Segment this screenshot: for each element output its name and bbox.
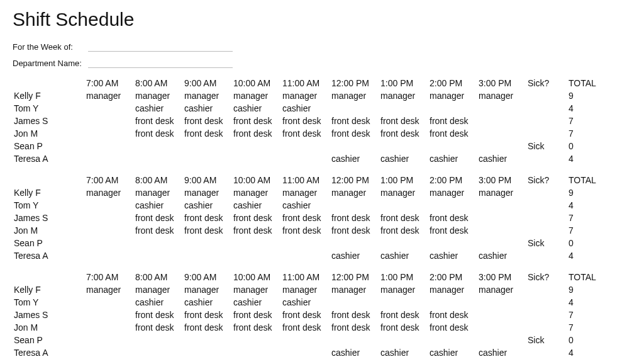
sick-cell [526,94,567,97]
total-cell: 9 [567,186,608,199]
shift-cell: cashier [428,152,477,165]
shift-cell: front desk [330,127,379,140]
header-blank [13,82,85,84]
week-of-label: For the Week of: [13,42,88,52]
shift-cell: manager [85,89,134,102]
shift-cell: manager [281,283,330,296]
shift-cell [85,132,134,135]
shift-cell: front desk [281,212,330,224]
shift-cell: front desk [134,224,183,237]
employee-name: Jon M [13,321,85,334]
shift-cell [379,339,428,341]
shift-cell: front desk [232,212,281,224]
shift-cell: manager [379,283,428,296]
employee-name: James S [13,115,85,127]
shift-cell [85,326,134,329]
employee-name: Teresa A [13,152,85,165]
header-time: 7:00 AM [85,271,134,283]
header-time: 2:00 PM [428,271,477,283]
shift-cell [428,301,477,304]
total-cell: 7 [567,309,608,321]
shift-cell [232,351,281,354]
shift-cell: manager [379,89,428,102]
shift-cell: manager [281,89,330,102]
shift-cell: manager [183,89,232,102]
total-cell: 7 [567,321,608,334]
employee-name: Sean P [13,140,85,152]
schedule-grid: 7:00 AM8:00 AM9:00 AM10:00 AM11:00 AM12:… [13,174,631,262]
shift-cell: front desk [379,309,428,321]
shift-cell [477,326,526,329]
shift-cell [428,107,477,110]
header-time: 9:00 AM [183,271,232,283]
header-time: 3:00 PM [477,174,526,186]
employee-name: Jon M [13,224,85,237]
shift-cell: front desk [428,127,477,140]
header-time: 10:00 AM [232,174,281,186]
shift-cell [183,351,232,354]
shift-cell: front desk [330,224,379,237]
week-of-input[interactable] [88,42,233,52]
header-time: 11:00 AM [281,174,330,186]
header-time: 2:00 PM [428,174,477,186]
department-input[interactable] [88,58,233,68]
total-cell: 0 [567,237,608,249]
header-time: 1:00 PM [379,174,428,186]
total-cell: 4 [567,346,608,359]
sick-cell [526,120,567,122]
header-time: 7:00 AM [85,174,134,186]
shift-cell: cashier [330,249,379,262]
shift-cell [183,157,232,160]
shift-cell: front desk [330,321,379,334]
header-time: 9:00 AM [183,174,232,186]
shift-cell: cashier [232,296,281,309]
shift-cell [183,145,232,147]
shift-cell: front desk [134,115,183,127]
shift-cell [85,229,134,232]
week-of-row: For the Week of: [13,42,631,52]
header-total: TOTAL [567,174,608,186]
shift-cell: front desk [183,321,232,334]
sick-cell [526,132,567,135]
shift-cell: cashier [379,152,428,165]
shift-cell: front desk [330,309,379,321]
shift-cell: cashier [477,249,526,262]
shift-cell: manager [428,283,477,296]
total-cell: 7 [567,224,608,237]
shift-cell: front desk [281,321,330,334]
shift-cell: cashier [232,199,281,212]
employee-name: Teresa A [13,346,85,359]
shift-cell [281,145,330,147]
shift-cell [477,204,526,207]
shift-cell [477,132,526,135]
header-time: 11:00 AM [281,271,330,283]
employee-name: Kelly F [13,283,85,296]
shift-cell [85,157,134,160]
header-time: 9:00 AM [183,77,232,89]
total-cell: 7 [567,115,608,127]
total-cell: 9 [567,89,608,102]
shift-cell: manager [428,186,477,199]
sick-cell: Sick [526,237,567,249]
shift-cell [134,157,183,160]
header-blank [13,179,85,181]
header-time: 12:00 PM [330,271,379,283]
header-time: 2:00 PM [428,77,477,89]
sick-cell [526,351,567,354]
shift-cell [85,107,134,110]
department-row: Department Name: [13,58,631,68]
employee-name: Tom Y [13,296,85,309]
sick-cell [526,288,567,291]
header-time: 11:00 AM [281,77,330,89]
sick-cell: Sick [526,334,567,346]
shift-cell [85,217,134,219]
employee-name: Kelly F [13,89,85,102]
shift-cell: cashier [330,152,379,165]
employee-name: Jon M [13,127,85,140]
shift-cell: manager [183,283,232,296]
shift-cell [477,145,526,147]
shift-cell: manager [379,186,428,199]
shift-cell: front desk [281,127,330,140]
shift-cell: front desk [232,115,281,127]
shift-cell: manager [85,186,134,199]
